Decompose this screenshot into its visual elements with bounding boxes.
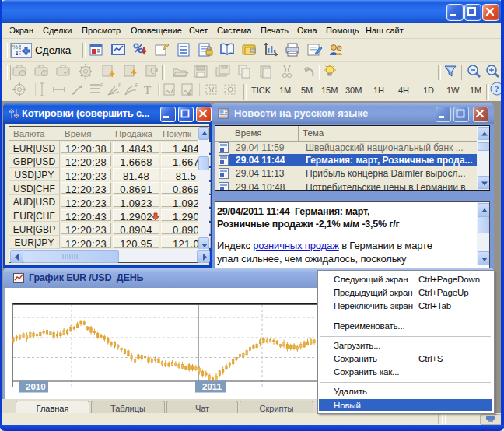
svg-text:F: F bbox=[135, 82, 138, 88]
svg-text:?: ? bbox=[495, 84, 499, 93]
svg-text:2010: 2010 bbox=[26, 382, 46, 391]
svg-text:2011: 2011 bbox=[202, 382, 222, 391]
svg-text:F: F bbox=[118, 82, 121, 88]
svg-text:F: F bbox=[100, 82, 103, 88]
svg-text:%: % bbox=[12, 44, 18, 51]
svg-text:T: T bbox=[144, 84, 151, 96]
